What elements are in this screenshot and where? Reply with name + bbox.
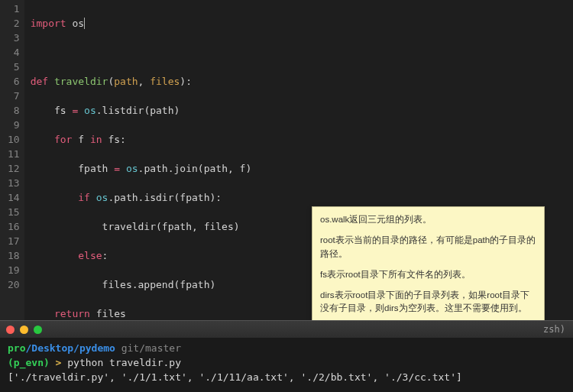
line-number: 10 bbox=[8, 132, 20, 147]
keyword: else bbox=[78, 250, 102, 261]
terminal-title: zsh) bbox=[543, 324, 565, 335]
tooltip-line: fs表示root目录下所有文件名的列表。 bbox=[320, 268, 536, 281]
keyword: if bbox=[78, 192, 90, 203]
var: fs bbox=[54, 105, 66, 116]
maximize-button[interactable] bbox=[34, 326, 42, 334]
module: os bbox=[126, 163, 138, 174]
line-number: 18 bbox=[8, 248, 20, 263]
line-number: 14 bbox=[8, 190, 20, 205]
function-name: traveldir bbox=[54, 76, 108, 87]
keyword: import bbox=[31, 18, 66, 29]
keyword: return bbox=[54, 308, 90, 319]
terminal-prompt-line: pro/Desktop/pydemo git/master bbox=[8, 341, 565, 355]
line-number: 20 bbox=[8, 277, 20, 292]
call: files.append(fpath) bbox=[102, 279, 216, 290]
terminal-window: zsh) pro/Desktop/pydemo git/master (p_ev… bbox=[0, 320, 573, 392]
line-number: 16 bbox=[8, 219, 20, 234]
code-line[interactable] bbox=[31, 45, 573, 60]
line-number: 11 bbox=[8, 147, 20, 161]
prompt-arrow: > bbox=[50, 357, 67, 368]
code-line[interactable]: for f in fs: bbox=[31, 132, 573, 147]
terminal-command-line: (p_evn) > python traveldir.py bbox=[8, 355, 565, 370]
prompt-git: git/master bbox=[115, 342, 181, 354]
var: f bbox=[78, 134, 84, 145]
call: .path.join(path, f) bbox=[138, 163, 252, 174]
call: .path.isdir(fpath): bbox=[108, 192, 222, 203]
tooltip-line: dirs表示root目录下面的子目录列表，如果root目录下没有子目录，则dir… bbox=[320, 289, 536, 316]
prompt-path: /Desktop/pydemo bbox=[25, 342, 115, 354]
prompt-user: pro bbox=[8, 342, 25, 354]
line-number: 9 bbox=[8, 118, 20, 132]
line-number: 4 bbox=[8, 45, 20, 60]
keyword: for bbox=[54, 134, 72, 145]
line-number: 6 bbox=[8, 74, 20, 89]
line-number: 15 bbox=[8, 205, 20, 219]
module: os bbox=[84, 105, 96, 116]
tooltip-line: os.walk返回三元组的列表。 bbox=[320, 213, 536, 226]
line-number: 3 bbox=[8, 31, 20, 45]
line-number: 12 bbox=[8, 161, 20, 176]
text-cursor bbox=[84, 18, 85, 29]
window-controls bbox=[6, 326, 42, 334]
prompt-env: (p_evn) bbox=[8, 357, 50, 368]
op: = bbox=[72, 105, 78, 116]
terminal-output-line: ['./traveldir.py', './1/1.txt', './1/11/… bbox=[8, 370, 565, 384]
terminal-titlebar[interactable]: zsh) bbox=[0, 321, 573, 338]
close-button[interactable] bbox=[6, 326, 15, 334]
op: = bbox=[114, 163, 120, 174]
line-number: 8 bbox=[8, 103, 20, 118]
param: path bbox=[114, 76, 138, 87]
tooltip-line: root表示当前的目录的路径，有可能是path的子目录的路径。 bbox=[320, 234, 536, 261]
line-number: 19 bbox=[8, 263, 20, 277]
code-line[interactable]: if os.path.isdir(fpath): bbox=[31, 190, 573, 205]
code-line[interactable]: fs = os.listdir(path) bbox=[31, 103, 573, 118]
minimize-button[interactable] bbox=[20, 326, 28, 334]
code-line[interactable]: fpath = os.path.join(path, f) bbox=[31, 161, 573, 176]
command-text: python traveldir.py bbox=[67, 357, 181, 368]
line-number: 5 bbox=[8, 60, 20, 74]
call: .listdir(path) bbox=[96, 105, 180, 116]
line-number: 17 bbox=[8, 234, 20, 248]
var: fpath bbox=[78, 163, 108, 174]
var: files bbox=[96, 308, 126, 319]
line-number: 2 bbox=[8, 16, 20, 31]
call: traveldir(fpath, files) bbox=[102, 221, 240, 232]
keyword: def bbox=[31, 76, 48, 87]
line-number: 13 bbox=[8, 176, 20, 190]
param: files bbox=[150, 76, 180, 87]
line-number: 1 bbox=[8, 2, 20, 16]
module: os bbox=[72, 18, 84, 29]
keyword: in bbox=[90, 134, 102, 145]
documentation-tooltip: os.walk返回三元组的列表。 root表示当前的目录的路径，有可能是path… bbox=[312, 206, 545, 322]
module: os bbox=[96, 192, 108, 203]
code-line[interactable]: def traveldir(path, files): bbox=[31, 74, 573, 89]
var: fs: bbox=[108, 134, 125, 145]
code-line[interactable]: import os bbox=[31, 16, 573, 31]
terminal-body[interactable]: pro/Desktop/pydemo git/master (p_evn) > … bbox=[0, 338, 573, 392]
line-number: 7 bbox=[8, 89, 20, 103]
